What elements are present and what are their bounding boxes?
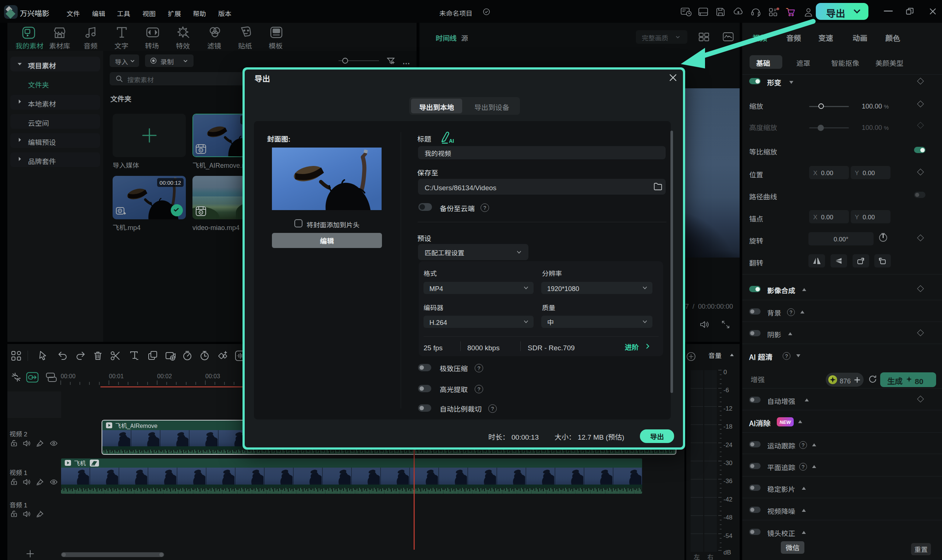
svg-text:AI: AI	[449, 138, 454, 144]
